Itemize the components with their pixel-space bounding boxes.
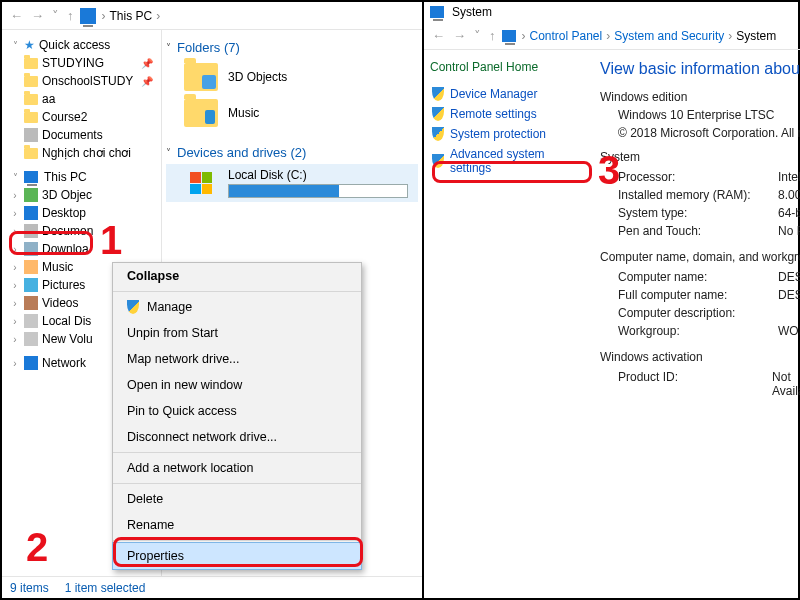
folder-item[interactable]: Music xyxy=(166,95,418,131)
system-info: View basic information about you Windows… xyxy=(596,50,800,598)
tree-label: STUDYING xyxy=(42,56,104,70)
ctx-map-network[interactable]: Map network drive... xyxy=(113,346,361,372)
tree-label: Documents xyxy=(42,128,103,142)
folder-label: Music xyxy=(228,106,259,120)
nav-back-icon[interactable]: ← xyxy=(8,8,25,23)
folder-item[interactable]: 3D Objects xyxy=(166,59,418,95)
downloads-icon xyxy=(24,242,38,256)
windows-icon xyxy=(190,172,212,194)
ctx-pin-quick-access[interactable]: Pin to Quick access xyxy=(113,398,361,424)
kv-workgroup: Workgroup:WORKGR( xyxy=(618,322,800,340)
system-icon xyxy=(430,6,444,18)
tree-label: Local Dis xyxy=(42,314,91,328)
group-drives[interactable]: ˅Devices and drives (2) xyxy=(166,141,418,164)
this-pc-icon xyxy=(24,171,38,183)
tree-label: aa xyxy=(42,92,55,106)
tree-item[interactable]: ›Desktop xyxy=(4,204,159,222)
folder-label: 3D Objects xyxy=(228,70,287,84)
tree-label: New Volu xyxy=(42,332,93,346)
link-label: Advanced system settings xyxy=(450,147,588,175)
tree-label: Course2 xyxy=(42,110,87,124)
ctx-disconnect-network[interactable]: Disconnect network drive... xyxy=(113,424,361,450)
tree-item[interactable]: ›Downloa xyxy=(4,240,159,258)
section-activation: Windows activation xyxy=(600,350,800,364)
folder-icon xyxy=(24,58,38,69)
nav-back-icon[interactable]: ← xyxy=(430,28,447,43)
group-folders[interactable]: ˅Folders (7) xyxy=(166,36,418,59)
tree-label: Downloa xyxy=(42,242,89,256)
ctx-rename[interactable]: Rename xyxy=(113,512,361,538)
tree-item[interactable]: ›3D Objec xyxy=(4,186,159,204)
shield-icon xyxy=(127,300,139,314)
ctx-unpin[interactable]: Unpin from Start xyxy=(113,320,361,346)
pin-icon: 📌 xyxy=(141,76,157,87)
link-device-manager[interactable]: Device Manager xyxy=(430,84,590,104)
chevron-down-icon: ˅ xyxy=(166,147,171,158)
chevron-down-icon: ˅ xyxy=(166,42,171,53)
context-menu[interactable]: Collapse Manage Unpin from Start Map net… xyxy=(112,262,362,570)
kv-computer-description: Computer description: xyxy=(618,304,800,322)
tree-label: Videos xyxy=(42,296,78,310)
tree-item[interactable]: ›OnschoolSTUDY📌 xyxy=(4,72,159,90)
videos-icon xyxy=(24,296,38,310)
page-heading: View basic information about you xyxy=(600,60,800,78)
kv-full-computer-name: Full computer name:DESKTOP- xyxy=(618,286,800,304)
kv-product-id: Product ID:Not Available xyxy=(618,368,800,400)
this-pc-icon xyxy=(80,8,96,24)
ctx-collapse[interactable]: Collapse xyxy=(113,263,361,289)
crumb-system-security[interactable]: System and Security xyxy=(614,29,724,43)
folder-icon xyxy=(24,76,38,87)
nav-up-icon[interactable]: ↑ xyxy=(65,8,76,23)
tree-item[interactable]: ›Course2 xyxy=(4,108,159,126)
copyright: © 2018 Microsoft Corporation. All righ xyxy=(600,126,800,140)
system-breadcrumb[interactable]: ← → ˅ ↑ › Control Panel › System and Sec… xyxy=(424,22,800,50)
pictures-icon xyxy=(24,278,38,292)
control-panel-home[interactable]: Control Panel Home xyxy=(430,60,590,74)
folder-icon xyxy=(24,148,38,159)
nav-down-icon[interactable]: ˅ xyxy=(50,8,61,23)
shield-icon xyxy=(432,127,444,141)
drive-item[interactable]: Local Disk (C:) xyxy=(166,164,418,202)
nav-up-icon[interactable]: ↑ xyxy=(487,28,498,43)
breadcrumb-location[interactable]: This PC xyxy=(110,9,153,23)
tree-item[interactable]: ›STUDYING📌 xyxy=(4,54,159,72)
crumb-control-panel[interactable]: Control Panel xyxy=(530,29,603,43)
explorer-breadcrumb[interactable]: ← → ˅ ↑ › This PC › xyxy=(2,2,422,30)
pin-icon: 📌 xyxy=(141,58,157,69)
link-system-protection[interactable]: System protection xyxy=(430,124,590,144)
tree-item[interactable]: ›Documents xyxy=(4,126,159,144)
tree-label: Nghịch chơi chơi xyxy=(42,146,131,160)
shield-icon xyxy=(432,107,444,121)
tree-item[interactable]: ›aa xyxy=(4,90,159,108)
drive-usage-bar xyxy=(228,184,408,198)
nav-fwd-icon[interactable]: → xyxy=(451,28,468,43)
ctx-add-network-location[interactable]: Add a network location xyxy=(113,455,361,481)
folder-icon xyxy=(24,112,38,123)
link-label: Remote settings xyxy=(450,107,537,121)
tree-label: Quick access xyxy=(39,38,110,52)
tree-label: OnschoolSTUDY xyxy=(42,74,133,88)
nav-down-icon[interactable]: ˅ xyxy=(472,28,483,43)
status-bar: 9 items 1 item selected xyxy=(2,576,422,598)
windows-version: Windows 10 Enterprise LTSC xyxy=(600,108,800,122)
tree-quick-access[interactable]: ˅★Quick access xyxy=(4,36,159,54)
tree-item[interactable]: ›Nghịch chơi chơi xyxy=(4,144,159,162)
ctx-open-new-window[interactable]: Open in new window xyxy=(113,372,361,398)
window-titlebar: System xyxy=(424,2,800,22)
control-panel-sidebar: Control Panel Home Device Manager Remote… xyxy=(424,50,596,598)
drive-label: Local Disk (C:) xyxy=(228,168,408,182)
crumb-system[interactable]: System xyxy=(736,29,776,43)
section-windows-edition: Windows edition xyxy=(600,90,800,104)
ctx-manage[interactable]: Manage xyxy=(113,294,361,320)
link-advanced-system-settings[interactable]: Advanced system settings xyxy=(430,144,590,178)
star-icon: ★ xyxy=(24,38,35,52)
tree-this-pc[interactable]: ˅This PC xyxy=(4,168,159,186)
link-label: System protection xyxy=(450,127,546,141)
nav-fwd-icon[interactable]: → xyxy=(29,8,46,23)
tree-label: Desktop xyxy=(42,206,86,220)
ctx-properties[interactable]: Properties xyxy=(113,543,361,569)
link-remote-settings[interactable]: Remote settings xyxy=(430,104,590,124)
folder-icon xyxy=(184,99,218,127)
ctx-delete[interactable]: Delete xyxy=(113,486,361,512)
tree-item[interactable]: ›Documen xyxy=(4,222,159,240)
